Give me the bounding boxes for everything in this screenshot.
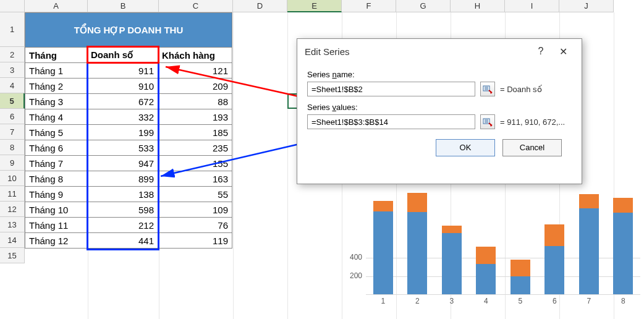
range-select-name-button[interactable] (480, 82, 495, 96)
chart-bar[interactable] (442, 226, 462, 294)
series-name-input[interactable] (307, 82, 475, 96)
row-header-7[interactable]: 7 (0, 124, 25, 140)
table-title[interactable]: TỔNG HỢP DOANH THU (25, 13, 232, 48)
table-row[interactable]: Tháng 5199185 (25, 125, 232, 140)
cell-khachhang[interactable]: 76 (158, 218, 232, 233)
cell-thang[interactable]: Tháng 3 (25, 94, 87, 109)
cell-thang[interactable]: Tháng 9 (25, 187, 87, 202)
col-header-I[interactable]: I (505, 0, 559, 12)
cell-thang[interactable]: Tháng 10 (25, 202, 87, 218)
cell-thang[interactable]: Tháng 7 (25, 156, 87, 171)
chart-bar[interactable] (476, 247, 496, 294)
chart-bar[interactable] (544, 224, 564, 294)
dialog-title: Edit Series (305, 46, 530, 57)
col-header-B[interactable]: B (88, 0, 159, 12)
table-row[interactable]: Tháng 2910209 (25, 79, 232, 94)
cell-doanhso[interactable]: 199 (87, 125, 158, 140)
cell-doanhso[interactable]: 899 (87, 171, 158, 187)
row-header-5[interactable]: 5 (0, 93, 25, 109)
row-header-12[interactable]: 12 (0, 202, 25, 217)
cell-doanhso[interactable]: 332 (87, 109, 158, 125)
col-header-A[interactable]: A (25, 0, 88, 12)
col-header-C[interactable]: C (159, 0, 233, 12)
col-header-H[interactable]: H (451, 0, 505, 12)
cell-khachhang[interactable]: 121 (158, 63, 232, 79)
cell-doanhso[interactable]: 441 (87, 233, 158, 249)
cell-thang[interactable]: Tháng 12 (25, 233, 87, 249)
row-header-1[interactable]: 1 (0, 12, 25, 47)
col-header-F[interactable]: F (342, 0, 396, 12)
table-row[interactable]: Tháng 8899163 (25, 171, 232, 187)
range-select-values-button[interactable] (480, 114, 495, 129)
edit-series-dialog[interactable]: Edit Series ? ✕ Series name: = Doanh số … (297, 38, 582, 184)
spreadsheet-area[interactable]: TỔNG HỢP DOANH THU Tháng Doanh số Khách … (25, 12, 232, 249)
col-header-E[interactable]: E (287, 0, 342, 12)
cell-khachhang[interactable]: 155 (158, 156, 232, 171)
data-table[interactable]: TỔNG HỢP DOANH THU Tháng Doanh số Khách … (25, 12, 232, 249)
cell-khachhang[interactable]: 55 (158, 187, 232, 202)
ok-button[interactable]: OK (436, 139, 495, 156)
cell-thang[interactable]: Tháng 4 (25, 109, 87, 125)
corner-cell[interactable] (0, 0, 25, 12)
cancel-button[interactable]: Cancel (502, 139, 562, 156)
row-header-13[interactable]: 13 (0, 217, 25, 232)
row-header-10[interactable]: 10 (0, 171, 25, 186)
embedded-chart[interactable]: 20040012345678 (341, 185, 643, 309)
close-icon[interactable]: ✕ (552, 40, 574, 62)
cell-thang[interactable]: Tháng 5 (25, 125, 87, 140)
table-row[interactable]: Tháng 913855 (25, 187, 232, 202)
table-row[interactable]: Tháng 6533235 (25, 140, 232, 156)
cell-thang[interactable]: Tháng 6 (25, 140, 87, 156)
row-header-9[interactable]: 9 (0, 155, 25, 171)
row-header-6[interactable]: 6 (0, 109, 25, 124)
col-header-D[interactable]: D (233, 0, 287, 12)
cell-khachhang[interactable]: 185 (158, 125, 232, 140)
chart-bar[interactable] (613, 198, 633, 294)
cell-khachhang[interactable]: 235 (158, 140, 232, 156)
cell-doanhso[interactable]: 947 (87, 156, 158, 171)
row-header-11[interactable]: 11 (0, 186, 25, 202)
table-row[interactable]: Tháng 12441119 (25, 233, 232, 249)
cell-doanhso[interactable]: 910 (87, 79, 158, 94)
cell-khachhang[interactable]: 109 (158, 202, 232, 218)
col-header-G[interactable]: G (396, 0, 451, 12)
chart-bar[interactable] (407, 193, 427, 294)
cell-khachhang[interactable]: 209 (158, 79, 232, 94)
chart-bar[interactable] (373, 201, 393, 294)
row-header-8[interactable]: 8 (0, 140, 25, 155)
chart-bar[interactable] (579, 194, 599, 294)
row-numbers: 123456789101112131415 (0, 12, 25, 263)
table-row[interactable]: Tháng 7947155 (25, 156, 232, 171)
cell-thang[interactable]: Tháng 11 (25, 218, 87, 233)
cell-doanhso[interactable]: 911 (87, 63, 158, 79)
table-row[interactable]: Tháng 4332193 (25, 109, 232, 125)
cell-doanhso[interactable]: 672 (87, 94, 158, 109)
cell-khachhang[interactable]: 88 (158, 94, 232, 109)
row-header-2[interactable]: 2 (0, 47, 25, 62)
cell-doanhso[interactable]: 533 (87, 140, 158, 156)
row-header-15[interactable]: 15 (0, 248, 25, 263)
col-header-doanhso[interactable]: Doanh số (87, 48, 158, 63)
table-row[interactable]: Tháng 1121276 (25, 218, 232, 233)
series-values-input[interactable] (307, 114, 475, 129)
cell-thang[interactable]: Tháng 2 (25, 79, 87, 94)
cell-doanhso[interactable]: 212 (87, 218, 158, 233)
cell-doanhso[interactable]: 138 (87, 187, 158, 202)
chart-bar[interactable] (511, 260, 530, 294)
cell-khachhang[interactable]: 119 (158, 233, 232, 249)
row-header-14[interactable]: 14 (0, 232, 25, 248)
cell-khachhang[interactable]: 193 (158, 109, 232, 125)
table-row[interactable]: Tháng 10598109 (25, 202, 232, 218)
row-header-4[interactable]: 4 (0, 78, 25, 93)
row-header-3[interactable]: 3 (0, 62, 25, 78)
table-row[interactable]: Tháng 1911121 (25, 63, 232, 79)
table-row[interactable]: Tháng 367288 (25, 94, 232, 109)
help-icon[interactable]: ? (530, 40, 552, 62)
cell-doanhso[interactable]: 598 (87, 202, 158, 218)
cell-thang[interactable]: Tháng 1 (25, 63, 87, 79)
col-header-thang[interactable]: Tháng (25, 48, 87, 63)
cell-thang[interactable]: Tháng 8 (25, 171, 87, 187)
cell-khachhang[interactable]: 163 (158, 171, 232, 187)
col-header-J[interactable]: J (559, 0, 614, 12)
col-header-khachhang[interactable]: Khách hàng (158, 48, 232, 63)
